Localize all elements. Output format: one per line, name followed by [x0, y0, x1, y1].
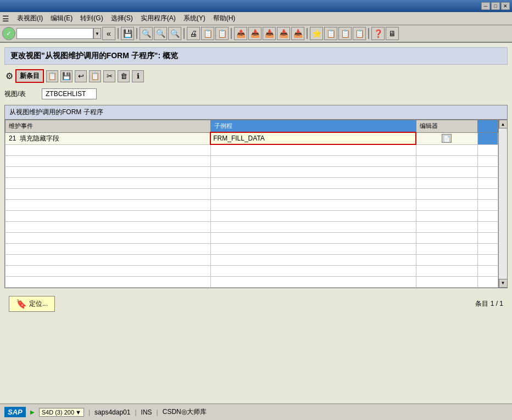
download-btn[interactable]: 📥 — [248, 27, 261, 40]
empty-cell-color — [477, 155, 498, 166]
col-header-subroutine: 子例程 — [210, 120, 416, 133]
empty-cell-maintenance — [5, 177, 211, 188]
close-button[interactable]: ✕ — [501, 2, 510, 10]
save-btn[interactable]: 💾 — [121, 27, 134, 40]
empty-cell-subroutine — [210, 221, 416, 232]
empty-cell-subroutine — [210, 155, 416, 166]
page-title: 更改视图"从视图维护调用的FORM 子程序": 概览 — [4, 47, 508, 65]
empty-cell-color — [477, 232, 498, 243]
empty-cell-maintenance — [5, 210, 211, 221]
cell-color-flag — [477, 132, 498, 144]
ok-button[interactable]: ✓ — [2, 27, 15, 40]
menu-edit[interactable]: 编辑(E) — [47, 13, 76, 24]
sap-logo: SAP — [4, 407, 26, 417]
table-row: 21 填充隐藏字段 FRM_FILL_DATA 📄 — [5, 132, 498, 144]
empty-cell-maintenance — [5, 232, 211, 243]
help-btn[interactable]: ❓ — [371, 27, 385, 40]
scroll-down-btn[interactable]: ▼ — [499, 279, 508, 288]
empty-cell-maintenance — [5, 188, 211, 199]
empty-cell-editor — [416, 166, 477, 177]
empty-cell-color — [477, 166, 498, 177]
empty-cell-color — [477, 276, 498, 287]
empty-cell-editor — [416, 243, 477, 254]
status-sep-2: | — [135, 408, 136, 416]
empty-cell-maintenance — [5, 144, 211, 155]
form-row: 视图/表 ZTBCEHLIST — [4, 88, 508, 99]
menu-help[interactable]: 帮助(H) — [210, 13, 239, 24]
download4-btn[interactable]: 📥 — [291, 27, 304, 40]
view-value: ZTBCEHLIST — [42, 88, 97, 99]
empty-cell-maintenance — [5, 199, 211, 210]
col-header-maintenance: 维护事件 — [5, 120, 211, 133]
cell-subroutine[interactable]: FRM_FILL_DATA — [210, 132, 416, 144]
locate-label: 定位... — [29, 299, 48, 309]
data-table: 维护事件 子例程 编辑器 21 填充隐藏字段 FRM_FILL_DATA 📄 — [5, 120, 498, 288]
toolbar: ✓ ▼ « 💾 🔍 🔍 🔍 🖨 📋 📋 📤 📥 📥 📥 📥 ⭐ 📋 📋 📋 ❓ … — [0, 25, 512, 43]
nav-prev-btn[interactable]: « — [102, 27, 115, 40]
download3-btn[interactable]: 📥 — [277, 27, 290, 40]
system-info[interactable]: S4D (3) 200 ▼ — [39, 408, 84, 417]
empty-cell-editor — [416, 221, 477, 232]
paste-btn[interactable]: 📋 — [89, 70, 101, 82]
print-btn[interactable]: 🖨 — [187, 27, 200, 40]
menu-utilities[interactable]: 实用程序(A) — [137, 13, 179, 24]
save-action-btn[interactable]: 💾 — [60, 70, 73, 82]
menu-system[interactable]: 系统(Y) — [180, 13, 209, 24]
status-sep-1: | — [88, 408, 90, 416]
scroll-track[interactable] — [499, 128, 507, 279]
table-row — [5, 166, 498, 177]
empty-cell-maintenance — [5, 155, 211, 166]
doc1-btn[interactable]: 📋 — [324, 27, 337, 40]
star-btn[interactable]: ⭐ — [310, 27, 323, 40]
copy-row-btn[interactable]: 📋 — [46, 70, 58, 82]
locate-button[interactable]: 🔖 定位... — [9, 296, 55, 312]
command-dropdown[interactable]: ▼ — [93, 28, 101, 39]
doc2-btn[interactable]: 📋 — [338, 27, 352, 40]
find2-btn[interactable]: 🔍 — [154, 27, 167, 40]
empty-cell-maintenance — [5, 166, 211, 177]
empty-cell-subroutine — [210, 276, 416, 287]
empty-cell-maintenance — [5, 243, 211, 254]
empty-cell-subroutine — [210, 199, 416, 210]
maximize-button[interactable]: □ — [491, 2, 500, 10]
minimize-button[interactable]: ─ — [481, 2, 490, 10]
menu-tableview[interactable]: 表视图(I) — [14, 13, 46, 24]
monitor-btn[interactable]: 🖥 — [386, 27, 399, 40]
empty-cell-editor — [416, 265, 477, 276]
empty-cell-editor — [416, 232, 477, 243]
menu-bar: ☰ 表视图(I) 编辑(E) 转到(G) 选择(S) 实用程序(A) 系统(Y)… — [0, 12, 512, 25]
action-toolbar: ⚙ 新条目 📋 💾 ↩ 📋 ✂ 🗑 ℹ — [4, 68, 508, 84]
scroll-up-btn[interactable]: ▲ — [499, 120, 508, 128]
undo-btn[interactable]: ↩ — [75, 70, 87, 82]
info-btn[interactable]: ℹ — [132, 70, 144, 82]
copy2-btn[interactable]: 📋 — [215, 27, 229, 40]
find-btn[interactable]: 🔍 — [140, 27, 153, 40]
menu-select[interactable]: 选择(S) — [108, 13, 136, 24]
menu-goto[interactable]: 转到(G) — [77, 13, 106, 24]
table-section: 从视图维护调用的FORM 子程序 维护事件 子例程 编辑器 21 填充隐藏字段 … — [4, 105, 508, 288]
table-row — [5, 199, 498, 210]
download2-btn[interactable]: 📥 — [263, 27, 276, 40]
empty-cell-subroutine — [210, 232, 416, 243]
table-wrapper: 维护事件 子例程 编辑器 21 填充隐藏字段 FRM_FILL_DATA 📄 — [5, 120, 507, 288]
empty-cell-maintenance — [5, 276, 211, 287]
separator-3 — [183, 28, 185, 39]
col-header-color — [477, 120, 498, 133]
delete-btn[interactable]: 🗑 — [118, 70, 130, 82]
cut-btn[interactable]: ✂ — [103, 70, 115, 82]
copy-btn[interactable]: 📋 — [201, 27, 214, 40]
doc3-btn[interactable]: 📋 — [353, 27, 366, 40]
command-input[interactable] — [16, 28, 93, 39]
table-row — [5, 232, 498, 243]
separator-2 — [136, 28, 137, 39]
empty-cell-maintenance — [5, 254, 211, 265]
main-content: 更改视图"从视图维护调用的FORM 子程序": 概览 ⚙ 新条目 📋 💾 ↩ 📋… — [0, 43, 512, 404]
find3-btn[interactable]: 🔍 — [168, 27, 181, 40]
empty-cell-subroutine — [210, 177, 416, 188]
editor-icon[interactable]: 📄 — [442, 134, 452, 143]
new-item-button[interactable]: 新条目 — [15, 69, 44, 83]
table-row — [5, 144, 498, 155]
mode-label: INS — [141, 408, 152, 416]
upload-btn[interactable]: 📤 — [234, 27, 247, 40]
empty-cell-subroutine — [210, 188, 416, 199]
